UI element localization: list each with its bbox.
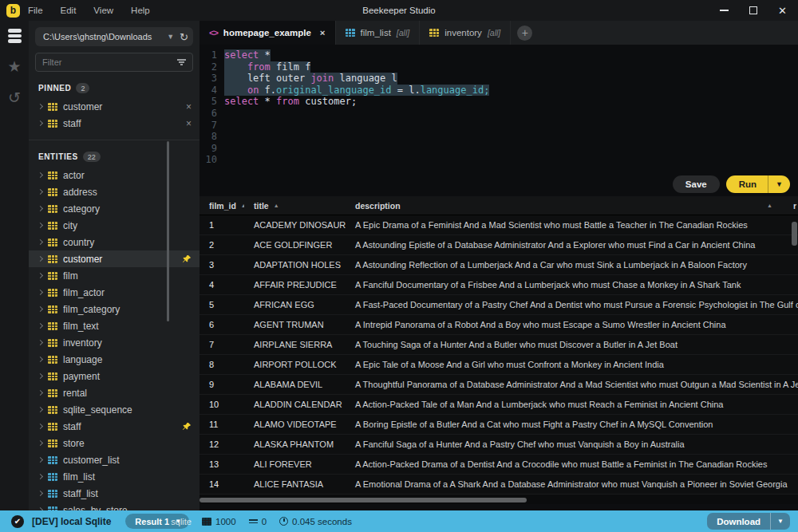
cell-film-id[interactable]: 1 <box>200 215 244 234</box>
cell-title[interactable]: ALI FOREVER <box>244 455 346 474</box>
run-button[interactable]: Run ▼ <box>726 175 790 193</box>
cell-film-id[interactable]: 11 <box>200 415 244 434</box>
entity-item-store[interactable]: store <box>29 435 200 451</box>
download-button[interactable]: Download ▼ <box>707 513 790 530</box>
entity-item-actor[interactable]: actor <box>29 167 200 183</box>
refresh-icon[interactable]: ↻ <box>180 31 188 43</box>
cell-title[interactable]: AFFAIR PREJUDICE <box>244 275 346 294</box>
cell-title[interactable]: ALADDIN CALENDAR <box>244 395 346 414</box>
entity-item-film_list[interactable]: film_list <box>29 468 200 485</box>
connection-dropdown[interactable]: C:\Users\ghstng\Downloads ▼ ↻ <box>35 27 193 46</box>
cell-description[interactable]: A Touching Saga of a Hunter And a Butler… <box>346 335 798 354</box>
cell-film-id[interactable]: 13 <box>200 455 244 474</box>
results-vertical-scrollbar[interactable] <box>792 222 797 246</box>
cell-film-id[interactable]: 12 <box>200 435 244 454</box>
run-options-caret-icon[interactable]: ▼ <box>768 175 790 193</box>
entity-item-country[interactable]: country <box>29 234 200 250</box>
chevron-right-icon[interactable] <box>38 357 43 362</box>
chevron-right-icon[interactable] <box>38 273 43 278</box>
cell-title[interactable]: AIRPLANE SIERRA <box>244 335 346 354</box>
entity-item-film_actor[interactable]: film_actor <box>29 284 200 301</box>
chevron-right-icon[interactable] <box>38 239 43 245</box>
download-label[interactable]: Download <box>707 513 770 530</box>
minimize-icon[interactable] <box>720 10 729 10</box>
cell-film-id[interactable]: 14 <box>200 475 244 494</box>
chevron-right-icon[interactable] <box>38 390 43 396</box>
cell-description[interactable]: A Action-Packed Drama of a Dentist And a… <box>346 455 798 474</box>
cell-film-id[interactable]: 7 <box>200 335 244 354</box>
pinned-item-staff[interactable]: staff× <box>29 115 200 132</box>
table-row[interactable]: 14ALICE FANTASIAA Emotional Drama of a A… <box>200 475 798 495</box>
cell-title[interactable]: AGENT TRUMAN <box>244 315 346 334</box>
cell-film-id[interactable]: 10 <box>200 395 244 414</box>
chevron-right-icon[interactable] <box>38 407 43 412</box>
cell-title[interactable]: ADAPTATION HOLES <box>244 255 346 274</box>
table-row[interactable]: 9ALABAMA DEVILA Thoughtful Panorama of a… <box>200 375 798 395</box>
entity-item-address[interactable]: address <box>29 183 200 200</box>
cell-title[interactable]: ACADEMY DINOSAUR <box>244 215 346 234</box>
cell-description[interactable]: A Astounding Reflection of a Lumberjack … <box>346 255 798 274</box>
table-row[interactable]: 11ALAMO VIDEOTAPEA Boring Epistle of a B… <box>200 415 798 435</box>
chevron-right-icon[interactable] <box>38 306 43 312</box>
cell-title[interactable]: ALABAMA DEVIL <box>244 375 346 394</box>
tab-film_list[interactable]: film_list[all] <box>336 21 421 45</box>
chevron-right-icon[interactable] <box>38 323 43 329</box>
chevron-right-icon[interactable] <box>38 189 43 195</box>
chevron-right-icon[interactable] <box>38 290 43 295</box>
sidebar-scrollbar[interactable] <box>167 141 169 321</box>
cell-film-id[interactable]: 8 <box>200 355 244 374</box>
cell-title[interactable]: ALICE FANTASIA <box>244 475 346 494</box>
cell-description[interactable]: A Thoughtful Panorama of a Database Admi… <box>346 375 798 394</box>
new-tab-button[interactable]: + <box>517 26 532 41</box>
database-tables-icon[interactable] <box>8 29 22 43</box>
result-selector[interactable]: Result 1 ▼ <box>125 514 189 529</box>
table-row[interactable]: 8AIRPORT POLLOCKA Epic Tale of a Moose A… <box>200 355 798 375</box>
save-button[interactable]: Save <box>673 175 720 193</box>
run-label[interactable]: Run <box>726 175 768 193</box>
entity-item-sqlite_sequence[interactable]: sqlite_sequence <box>29 401 200 418</box>
table-row[interactable]: 12ALASKA PHANTOMA Fanciful Saga of a Hun… <box>200 435 798 455</box>
chevron-right-icon[interactable] <box>38 120 43 126</box>
chevron-right-icon[interactable] <box>38 104 43 109</box>
cell-title[interactable]: AIRPORT POLLOCK <box>244 355 346 374</box>
filter-input[interactable] <box>42 57 177 67</box>
cell-film-id[interactable]: 2 <box>200 235 244 254</box>
cell-description[interactable]: A Epic Tale of a Moose And a Girl who mu… <box>346 355 798 374</box>
cell-description[interactable]: A Fanciful Documentary of a Frisbee And … <box>346 275 798 294</box>
table-row[interactable]: 2ACE GOLDFINGERA Astounding Epistle of a… <box>200 235 798 255</box>
cell-title[interactable]: ALAMO VIDEOTAPE <box>244 415 346 434</box>
chevron-right-icon[interactable] <box>38 424 43 429</box>
cell-description[interactable]: A Epic Drama of a Feminist And a Mad Sci… <box>346 215 798 234</box>
close-icon[interactable]: ✕ <box>778 6 787 16</box>
entity-item-inventory[interactable]: inventory <box>29 334 200 351</box>
chevron-right-icon[interactable] <box>38 340 43 345</box>
table-row[interactable]: 4AFFAIR PREJUDICEA Fanciful Documentary … <box>200 275 798 295</box>
cell-title[interactable]: ALASKA PHANTOM <box>244 435 346 454</box>
cell-description[interactable]: A Fanciful Saga of a Hunter And a Pastry… <box>346 435 798 454</box>
unpin-close-icon[interactable]: × <box>186 101 192 112</box>
cell-title[interactable]: AFRICAN EGG <box>244 295 346 314</box>
entity-item-staff[interactable]: staff <box>29 418 200 435</box>
cell-description[interactable]: A Fast-Paced Documentary of a Pastry Che… <box>346 295 798 314</box>
download-options-caret-icon[interactable]: ▼ <box>770 513 790 530</box>
chevron-right-icon[interactable] <box>38 256 43 262</box>
filter-funnel-icon[interactable] <box>177 59 186 65</box>
tab-inventory[interactable]: inventory[all] <box>420 21 511 45</box>
sql-editor[interactable]: 1select *2 from film f3 left outer join … <box>200 45 798 196</box>
cell-film-id[interactable]: 6 <box>200 315 244 334</box>
table-row[interactable]: 7AIRPLANE SIERRAA Touching Saga of a Hun… <box>200 335 798 355</box>
entity-item-city[interactable]: city <box>29 217 200 234</box>
table-row[interactable]: 3ADAPTATION HOLESA Astounding Reflection… <box>200 255 798 275</box>
cell-description[interactable]: A Boring Epistle of a Butler And a Cat w… <box>346 415 798 434</box>
entity-item-language[interactable]: language <box>29 351 200 368</box>
table-row[interactable]: 10ALADDIN CALENDARA Action-Packed Tale o… <box>200 395 798 415</box>
cell-film-id[interactable]: 3 <box>200 255 244 274</box>
chevron-right-icon[interactable] <box>38 172 43 178</box>
chevron-right-icon[interactable] <box>38 373 43 379</box>
entity-item-customer_list[interactable]: customer_list <box>29 451 200 468</box>
favorites-star-icon[interactable]: ★ <box>7 59 21 74</box>
pinned-item-customer[interactable]: customer× <box>29 98 200 115</box>
chevron-right-icon[interactable] <box>38 491 43 496</box>
history-icon[interactable]: ↺ <box>8 90 21 105</box>
chevron-right-icon[interactable] <box>38 457 43 463</box>
